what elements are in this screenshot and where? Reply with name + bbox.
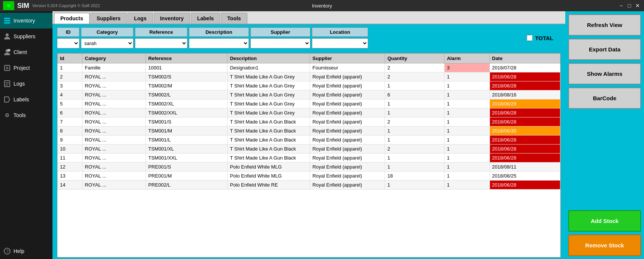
tab-suppliers[interactable]: Suppliers [90, 13, 127, 24]
col-header-id: Id [58, 54, 82, 63]
cell-quantity: 1 [385, 108, 445, 117]
cell-supplier: Royal Enfield (apparel) [310, 145, 385, 154]
cell-id: 2 [58, 72, 82, 81]
filter-reference-select[interactable] [135, 38, 187, 48]
cell-description: Polo Enfield White RE [228, 181, 310, 190]
cell-alarm: 1 [445, 72, 490, 81]
remove-stock-button[interactable]: Remove Stock [568, 235, 641, 256]
cell-description: T Shirt Made Like A Gun Black [228, 126, 310, 136]
export-data-button[interactable]: Export Data [568, 39, 641, 60]
table-row[interactable]: 12 ROYAL ... PRE001/S Polo Enfield White… [58, 163, 560, 172]
cell-date: 2018/06/28 [490, 72, 560, 81]
cell-quantity: 1 [385, 163, 445, 172]
cell-reference: TSM002/XL [146, 99, 228, 108]
window-title: Inventory [312, 3, 332, 9]
cell-quantity: 18 [385, 172, 445, 181]
sidebar-item-help[interactable]: ? Help [0, 243, 52, 259]
sidebar-labels-label: Labels [13, 96, 29, 102]
tab-logs[interactable]: Logs [127, 13, 153, 24]
title-bar: ■ SIM Version 5.024 Copyright © Solfi 20… [0, 0, 644, 11]
col-header-date: Date [490, 54, 560, 63]
table-row[interactable]: 5 ROYAL ... TSM002/XL T Shirt Made Like … [58, 99, 560, 108]
filter-description-label: Description [189, 27, 249, 37]
cell-date: 2018/06/28 [490, 117, 560, 126]
filter-id-select[interactable] [57, 38, 79, 48]
sidebar-item-suppliers[interactable]: Suppliers [0, 29, 52, 44]
barcode-button[interactable]: BarCode [568, 87, 641, 109]
cell-id: 5 [58, 99, 82, 108]
filter-reference-col: Reference [135, 27, 187, 48]
table-row[interactable]: 6 ROYAL ... TSM002/XXL T Shirt Made Like… [58, 108, 560, 117]
filter-id-label: ID [57, 27, 79, 37]
minimize-button[interactable]: − [618, 2, 625, 9]
tab-inventory[interactable]: Inventory [154, 13, 190, 24]
cell-category: ROYAL ... [82, 145, 146, 154]
sidebar-project-label: Project [13, 65, 30, 71]
cell-description: Polo Enfield White MLG [228, 163, 310, 172]
table-row[interactable]: 10 ROYAL ... TSM001/XL T Shirt Made Like… [58, 145, 560, 154]
cell-id: 8 [58, 126, 82, 136]
help-icon: ? [3, 247, 11, 255]
cell-supplier: Royal Enfield (apparel) [310, 90, 385, 99]
maximize-button[interactable]: □ [626, 2, 633, 9]
total-checkbox[interactable] [527, 35, 533, 41]
tab-tools[interactable]: Tools [221, 13, 247, 24]
sidebar-item-tools[interactable]: Tools [0, 107, 52, 123]
table-row[interactable]: 7 ROYAL ... TSM001/S T Shirt Made Like A… [58, 117, 560, 126]
sidebar-item-logs[interactable]: Logs [0, 76, 52, 92]
svg-point-14 [7, 115, 8, 116]
app-logo: ■ [3, 1, 14, 10]
table-row[interactable]: 1 Famille 10001 Designation1 Fournisseur… [58, 63, 560, 72]
cell-id: 3 [58, 81, 82, 90]
filter-supplier-select[interactable] [250, 38, 310, 48]
cell-id: 12 [58, 163, 82, 172]
cell-reference: TSM001/XL [146, 145, 228, 154]
cell-reference: TSM001/M [146, 126, 228, 136]
filter-category-select[interactable]: sarah [81, 38, 133, 48]
filter-supplier-label: Supplier [250, 27, 310, 37]
cell-reference: TSM002/L [146, 90, 228, 99]
cell-date: 2018/06/28 [490, 154, 560, 163]
table-row[interactable]: 11 ROYAL ... TSM001/XXL T Shirt Made Lik… [58, 154, 560, 163]
table-wrapper: Id Category Reference Description Suppli… [52, 51, 565, 259]
cell-supplier: Royal Enfield (apparel) [310, 163, 385, 172]
cell-quantity: 2 [385, 63, 445, 72]
table-row[interactable]: 3 ROYAL ... TSM002/M T Shirt Made Like A… [58, 81, 560, 90]
cell-alarm: 1 [445, 172, 490, 181]
tab-labels[interactable]: Labels [191, 13, 220, 24]
table-row[interactable]: 8 ROYAL ... TSM001/M T Shirt Made Like A… [58, 126, 560, 136]
table-row[interactable]: 14 ROYAL ... PRE002/L Polo Enfield White… [58, 181, 560, 190]
filter-location-label: Location [312, 27, 368, 37]
cell-description: T Shirt Made Like A Gun Black [228, 154, 310, 163]
sidebar-item-project[interactable]: Project [0, 60, 52, 76]
sidebar-item-client[interactable]: Client [0, 44, 52, 60]
table-row[interactable]: 9 ROYAL ... TSM001/L T Shirt Made Like A… [58, 136, 560, 145]
close-button[interactable]: ✕ [634, 2, 641, 9]
cell-description: T Shirt Made Like A Gun Grey [228, 99, 310, 108]
add-stock-button[interactable]: Add Stock [568, 210, 641, 232]
cell-supplier: Royal Enfield (apparel) [310, 99, 385, 108]
filter-location-select[interactable] [312, 38, 368, 48]
filter-description-select[interactable] [189, 38, 249, 48]
table-row[interactable]: 4 ROYAL ... TSM002/L T Shirt Made Like A… [58, 90, 560, 99]
show-alarms-button[interactable]: Show Alarms [568, 63, 641, 84]
refresh-view-button[interactable]: Refresh View [568, 14, 641, 36]
tab-products[interactable]: Products [54, 13, 90, 24]
table-row[interactable]: 2 ROYAL ... TSM002/S T Shirt Made Like A… [58, 72, 560, 81]
sidebar-item-inventory[interactable]: Inventory [0, 13, 52, 29]
cell-date: 2018/06/30 [490, 126, 560, 136]
cell-description: T Shirt Made Like A Gun Black [228, 117, 310, 126]
table-container: Id Category Reference Description Suppli… [57, 53, 561, 257]
cell-id: 1 [58, 63, 82, 72]
cell-quantity: 2 [385, 72, 445, 81]
cell-description: Designation1 [228, 63, 310, 72]
filter-area: ID Category sarah Reference Description [52, 24, 565, 51]
cell-id: 7 [58, 117, 82, 126]
cell-reference: PRE002/L [146, 181, 228, 190]
table-row[interactable]: 13 ROYAL ... PRE001/M Polo Enfield White… [58, 172, 560, 181]
cell-quantity: 1 [385, 181, 445, 190]
cell-description: T Shirt Made Like A Gun Grey [228, 90, 310, 99]
sidebar-item-labels[interactable]: Labels [0, 92, 52, 107]
table-body: 1 Famille 10001 Designation1 Fournisseur… [58, 63, 560, 190]
svg-point-3 [6, 33, 9, 36]
